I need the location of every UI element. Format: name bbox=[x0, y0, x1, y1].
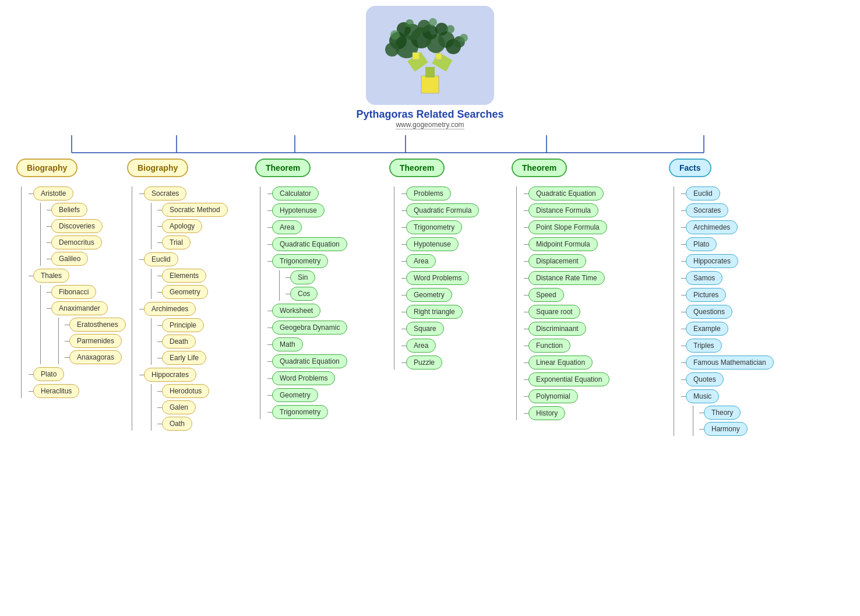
trigonometry-node3[interactable]: Trigonometry bbox=[406, 220, 462, 234]
area-node2[interactable]: Area bbox=[406, 254, 436, 268]
anaxagoras-node[interactable]: Anaxagoras bbox=[69, 350, 122, 364]
elements-node[interactable]: Elements bbox=[162, 269, 206, 283]
example-node[interactable]: Example bbox=[686, 322, 728, 336]
polynomial-node[interactable]: Polynomial bbox=[528, 389, 578, 403]
socrates-node[interactable]: Socrates bbox=[144, 186, 186, 200]
herodotus-node[interactable]: Herodotus bbox=[162, 384, 209, 398]
questions-node[interactable]: Questions bbox=[686, 305, 732, 319]
trial-node[interactable]: Trial bbox=[162, 235, 191, 249]
quotes-node[interactable]: Quotes bbox=[686, 372, 724, 386]
hippocrates-group: Hippocrates Herodotus Galen Oath bbox=[139, 368, 228, 431]
svg-point-19 bbox=[429, 18, 437, 26]
word-problems-node1[interactable]: Word Problems bbox=[272, 371, 335, 385]
exponential-eq-node[interactable]: Exponential Equation bbox=[528, 372, 609, 386]
theory-node[interactable]: Theory bbox=[704, 406, 741, 420]
euclid-facts-node[interactable]: Euclid bbox=[686, 186, 720, 200]
music-children: Theory Harmony bbox=[693, 406, 774, 436]
displacement-node[interactable]: Displacement bbox=[528, 254, 586, 268]
svg-point-12 bbox=[385, 43, 399, 57]
music-group: Music Theory Harmony bbox=[681, 389, 774, 436]
plato-node[interactable]: Plato bbox=[33, 367, 64, 381]
word-problems-node2[interactable]: Word Problems bbox=[406, 271, 469, 285]
math-node[interactable]: Math bbox=[272, 337, 303, 351]
principle-node[interactable]: Principle bbox=[162, 318, 204, 332]
header-bio1[interactable]: Biography bbox=[16, 159, 77, 177]
discriminaant-node[interactable]: Discriminaant bbox=[528, 322, 586, 336]
socratic-method-node[interactable]: Socratic Method bbox=[162, 203, 228, 217]
archimedes-node[interactable]: Archimedes bbox=[144, 302, 196, 316]
col-bio1: Biography Aristotle Beliefs Discoveries … bbox=[16, 159, 126, 398]
quadratic-eq-node1[interactable]: Quadratic Equation bbox=[272, 237, 347, 251]
geogebra-node[interactable]: Geogebra Dynamic bbox=[272, 321, 347, 335]
distance-formula-node[interactable]: Distance Formula bbox=[528, 203, 598, 217]
quadratic-eq-node2[interactable]: Quadratic Equation bbox=[272, 354, 347, 368]
discoveries-node[interactable]: Discoveries bbox=[51, 219, 103, 233]
hippocrates-facts-node[interactable]: Hippocrates bbox=[686, 254, 738, 268]
hypotenuse-node2[interactable]: Hypotenuse bbox=[406, 237, 459, 251]
parmenides-node[interactable]: Parmenides bbox=[69, 334, 122, 348]
aristotle-children: Beliefs Discoveries Democritus Galileo bbox=[40, 203, 126, 266]
hippocrates-node[interactable]: Hippocrates bbox=[144, 368, 196, 382]
trigonometry-node1[interactable]: Trigonometry bbox=[272, 254, 328, 268]
triples-node[interactable]: Triples bbox=[686, 339, 722, 353]
speed-node[interactable]: Speed bbox=[528, 288, 564, 302]
anaximander-children: Eratosthenes Parmenides Anaxagoras bbox=[58, 318, 126, 364]
sin-node[interactable]: Sin bbox=[290, 270, 315, 284]
pictures-node[interactable]: Pictures bbox=[686, 288, 726, 302]
calculator-node[interactable]: Calculator bbox=[272, 186, 319, 200]
header-bio2[interactable]: Biography bbox=[127, 159, 188, 177]
header-theorem2[interactable]: Theorem bbox=[389, 159, 445, 177]
plato-facts-node[interactable]: Plato bbox=[686, 237, 717, 251]
archimedes-facts-node[interactable]: Archimedes bbox=[686, 220, 738, 234]
puzzle-node[interactable]: Puzzle bbox=[406, 355, 442, 369]
anaximander-node[interactable]: Anaximander bbox=[51, 301, 108, 315]
euclid-node[interactable]: Euclid bbox=[144, 252, 178, 266]
hypotenuse-node1[interactable]: Hypotenuse bbox=[272, 203, 325, 217]
header-theorem1[interactable]: Theorem bbox=[255, 159, 311, 177]
eratosthenes-node[interactable]: Eratosthenes bbox=[69, 318, 126, 332]
trigonometry-node2[interactable]: Trigonometry bbox=[272, 405, 328, 419]
linear-eq-node[interactable]: Linear Equation bbox=[528, 355, 593, 369]
point-slope-node[interactable]: Point Slope Formula bbox=[528, 220, 607, 234]
heraclitus-node[interactable]: Heraclitus bbox=[33, 384, 79, 398]
worksheet-node[interactable]: Worksheet bbox=[272, 304, 320, 318]
geometry-node1[interactable]: Geometry bbox=[272, 388, 318, 402]
galen-node[interactable]: Galen bbox=[162, 400, 196, 414]
apology-node[interactable]: Apology bbox=[162, 219, 202, 233]
square-node[interactable]: Square bbox=[406, 322, 444, 336]
geometry-node2[interactable]: Geometry bbox=[406, 288, 452, 302]
samos-node[interactable]: Samos bbox=[686, 271, 722, 285]
famous-mathematician-node[interactable]: Famous Mathematician bbox=[686, 355, 774, 369]
harmony-node[interactable]: Harmony bbox=[704, 422, 748, 436]
beliefs-node[interactable]: Beliefs bbox=[51, 203, 87, 217]
democritus-node[interactable]: Democritus bbox=[51, 235, 102, 249]
right-triangle-node[interactable]: Right triangle bbox=[406, 305, 463, 319]
heraclitus-row: Heraclitus bbox=[29, 384, 126, 398]
thales-node[interactable]: Thales bbox=[33, 269, 69, 283]
square-root-node[interactable]: Square root bbox=[528, 305, 580, 319]
aristotle-node[interactable]: Aristotle bbox=[33, 186, 73, 200]
euclid-children: Elements Geometry bbox=[151, 269, 228, 299]
music-node[interactable]: Music bbox=[686, 389, 719, 403]
area-node1[interactable]: Area bbox=[272, 220, 302, 234]
cos-node[interactable]: Cos bbox=[290, 287, 318, 301]
socrates-facts-node[interactable]: Socrates bbox=[686, 203, 728, 217]
galileo-node[interactable]: Galileo bbox=[51, 252, 88, 266]
distance-rate-time-node[interactable]: Distance Rate Time bbox=[528, 271, 605, 285]
header-facts[interactable]: Facts bbox=[669, 159, 711, 177]
midpoint-formula-node[interactable]: Midpoint Formula bbox=[528, 237, 598, 251]
death-node[interactable]: Death bbox=[162, 335, 196, 349]
oath-node[interactable]: Oath bbox=[162, 417, 192, 431]
theorem3-tree: Quadratic Equation Distance Formula Poin… bbox=[516, 186, 609, 420]
header-theorem3[interactable]: Theorem bbox=[512, 159, 567, 177]
quadratic-eq-th3-node[interactable]: Quadratic Equation bbox=[528, 186, 604, 200]
early-life-node[interactable]: Early Life bbox=[162, 351, 206, 365]
geometry-node[interactable]: Geometry bbox=[162, 285, 208, 299]
fibonacci-node[interactable]: Fibonacci bbox=[51, 285, 96, 299]
quadratic-formula-node[interactable]: Quadratic Formula bbox=[406, 203, 479, 217]
area-node3[interactable]: Area bbox=[406, 339, 436, 353]
euclid-group: Euclid Elements Geometry bbox=[139, 252, 228, 299]
function-node[interactable]: Function bbox=[528, 339, 570, 353]
problems-node[interactable]: Problems bbox=[406, 186, 451, 200]
history-node[interactable]: History bbox=[528, 406, 565, 420]
